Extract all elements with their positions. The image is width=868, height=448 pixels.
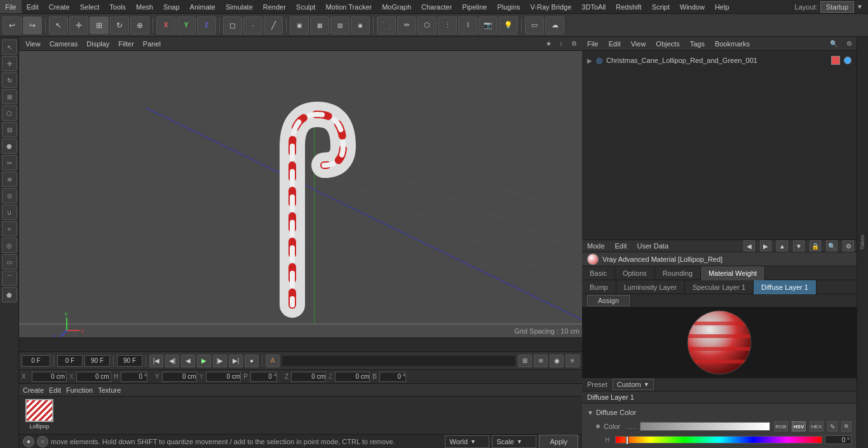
cube-btn[interactable]: ⬛ <box>377 17 396 34</box>
color-bar[interactable] <box>640 422 770 431</box>
array-btn[interactable]: ⋮ <box>438 17 457 34</box>
icon-knife[interactable]: ✂ <box>2 155 17 170</box>
key-frame-btn[interactable]: ⊞ <box>518 355 532 367</box>
icon-magnet[interactable]: ∪ <box>2 205 17 220</box>
yaxis-btn[interactable]: Y <box>177 17 196 34</box>
vp-icon-settings[interactable]: ⚙ <box>568 38 580 50</box>
motion-btn[interactable]: ≋ <box>534 355 548 367</box>
layer-btn[interactable]: ≡ <box>566 355 580 367</box>
me-tab-options[interactable]: Options <box>615 266 655 280</box>
zaxis-btn[interactable]: Z <box>197 17 216 34</box>
color-hex-btn[interactable]: HEX <box>810 421 824 431</box>
me-tab-basic[interactable]: Basic <box>582 266 615 280</box>
menu-plugins[interactable]: Plugins <box>492 0 525 13</box>
menu-create[interactable]: Create <box>44 0 75 13</box>
me-up-btn[interactable]: ▲ <box>776 240 788 252</box>
me-down-btn[interactable]: ▼ <box>793 240 804 252</box>
icon-live-sel[interactable]: ◎ <box>2 238 17 253</box>
render-view-btn[interactable]: ▧ <box>330 17 349 34</box>
bm-create[interactable]: Create <box>23 386 44 394</box>
vp-icon-bookmark[interactable]: ★ <box>543 38 554 50</box>
me-mode[interactable]: Mode <box>585 242 607 250</box>
me-edit[interactable]: Edit <box>613 242 630 250</box>
me-sub-luminosity[interactable]: Luminosity Layer <box>616 280 685 294</box>
me-user-data[interactable]: User Data <box>635 242 672 250</box>
menu-motion-tracker[interactable]: Motion Tracker <box>320 0 377 13</box>
me-sub-diffuse[interactable]: Diffuse Layer 1 <box>754 280 817 294</box>
go-start-btn[interactable]: |◀ <box>149 355 163 367</box>
coord-h-input[interactable] <box>121 372 147 382</box>
icon-paint[interactable]: ⬣ <box>2 139 17 154</box>
undo-btn[interactable]: ↩ <box>3 17 22 34</box>
point-mode-btn[interactable]: · <box>243 17 262 34</box>
apply-button[interactable]: Apply <box>539 435 578 449</box>
menu-pipeline[interactable]: Pipeline <box>457 0 492 13</box>
om-object-item[interactable]: ▶ ◎ Christmas_Cane_Lollipop_Red_and_Gree… <box>585 53 854 67</box>
om-content[interactable]: ▶ ◎ Christmas_Cane_Lollipop_Red_and_Gree… <box>582 51 857 240</box>
om-objects[interactable]: Objects <box>653 40 682 48</box>
current-frame-input[interactable] <box>22 355 50 367</box>
coord-y-rot-input[interactable] <box>206 372 241 382</box>
scale-btn[interactable]: ⊞ <box>90 17 109 34</box>
om-search-icon[interactable]: 🔍 <box>829 39 839 49</box>
transform-btn[interactable]: ⊕ <box>130 17 149 34</box>
menu-simulate[interactable]: Simulate <box>220 0 258 13</box>
coord-z-rot-input[interactable] <box>335 372 370 382</box>
camera-btn[interactable]: 📷 <box>478 17 498 34</box>
timeline-ruler[interactable]: 0 5 10 15 20 25 30 35 40 45 50 55 60 65 … <box>19 337 582 351</box>
vp-icon-move[interactable]: ↕ <box>555 38 567 50</box>
step-back-btn[interactable]: ◀| <box>165 355 179 367</box>
icon-move[interactable]: ✛ <box>2 56 17 71</box>
color-h-slider[interactable] <box>615 436 822 444</box>
viewport-3d[interactable]: Perspective <box>19 51 582 337</box>
sky-btn[interactable]: ☁ <box>545 17 564 34</box>
assign-button[interactable]: Assign <box>587 295 630 306</box>
icon-polygon[interactable]: ⬡ <box>2 105 17 121</box>
rotate-btn[interactable]: ↻ <box>110 17 129 34</box>
coord-b-input[interactable] <box>379 372 406 382</box>
move-btn[interactable]: ✛ <box>69 17 88 34</box>
menu-animate[interactable]: Animate <box>185 0 220 13</box>
coord-z-pos-input[interactable] <box>291 372 326 382</box>
me-tab-material-weight[interactable]: Material Weight <box>701 266 765 280</box>
menu-sculpt[interactable]: Sculpt <box>291 0 321 13</box>
track-btn[interactable]: ◉ <box>550 355 564 367</box>
me-next-btn[interactable]: ▶ <box>760 240 771 252</box>
om-view[interactable]: View <box>628 40 649 48</box>
light-btn[interactable]: 💡 <box>499 17 518 34</box>
menu-vray[interactable]: V-Ray Bridge <box>526 0 577 13</box>
me-search-btn[interactable]: 🔍 <box>826 240 837 252</box>
status-icon-1[interactable]: ● <box>23 436 34 447</box>
menu-character[interactable]: Character <box>416 0 457 13</box>
menu-snap[interactable]: Snap <box>158 0 185 13</box>
color-h-input[interactable] <box>825 435 851 444</box>
me-tab-rounding[interactable]: Rounding <box>655 266 701 280</box>
icon-texture[interactable]: ⊟ <box>2 122 17 137</box>
rt-tab-takes[interactable]: Takes <box>857 37 867 448</box>
go-end-btn[interactable]: ▶| <box>229 355 243 367</box>
menu-render[interactable]: Render <box>258 0 291 13</box>
menu-file[interactable]: File <box>0 0 22 13</box>
coord-p-input[interactable] <box>250 372 277 382</box>
icon-rect-sel[interactable]: ▭ <box>2 254 17 269</box>
menu-help[interactable]: Help <box>710 0 735 13</box>
icon-selection[interactable]: ↖ <box>2 39 17 55</box>
preset-dropdown[interactable]: Custom ▼ <box>613 379 654 390</box>
vp-menu-view[interactable]: View <box>22 40 44 48</box>
vp-menu-panel[interactable]: Panel <box>139 40 165 48</box>
scale-dropdown[interactable]: Scale ▼ <box>492 435 536 448</box>
om-file[interactable]: File <box>585 40 601 48</box>
icon-rotate[interactable]: ↻ <box>2 72 17 88</box>
om-edit[interactable]: Edit <box>606 40 623 48</box>
play-btn[interactable]: ▶ <box>197 355 211 367</box>
obj-mode-btn[interactable]: ◻ <box>223 17 242 34</box>
render-to-pic-btn[interactable]: ▦ <box>310 17 329 34</box>
om-settings-icon[interactable]: ⚙ <box>844 39 854 49</box>
menu-tools[interactable]: Tools <box>104 0 131 13</box>
menu-select[interactable]: Select <box>75 0 105 13</box>
layout-dropdown[interactable]: Startup <box>820 1 854 13</box>
diffuse-toggle[interactable]: ▼ <box>587 409 593 416</box>
me-lock-btn[interactable]: 🔒 <box>810 240 821 252</box>
frame-start-input[interactable] <box>57 355 83 367</box>
vp-menu-filter[interactable]: Filter <box>114 40 137 48</box>
